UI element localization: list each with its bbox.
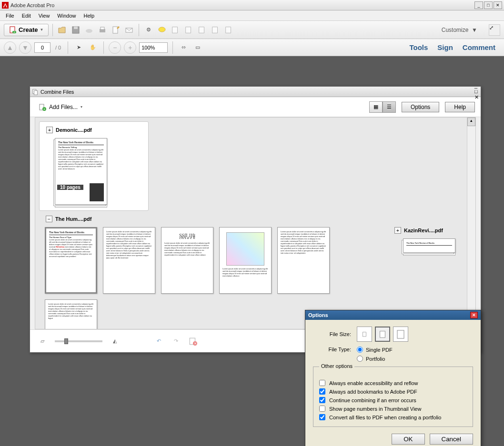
combine-maximize-button[interactable]: □ (474, 89, 479, 94)
file-thumbnail-3[interactable]: The New York Review of Books (403, 238, 455, 253)
checkbox-label: Convert all files to PDF when creating a… (329, 415, 441, 420)
menu-help[interactable]: Help (80, 12, 98, 20)
page-thumbnail[interactable]: Lorem ipsum dolor sit amet consectetur a… (45, 299, 97, 329)
ok-button[interactable]: OK (392, 434, 424, 445)
menu-edit[interactable]: Edit (18, 12, 35, 20)
checkbox-input[interactable] (319, 380, 325, 386)
zoom-select[interactable] (139, 42, 168, 53)
fit-page-icon[interactable]: ▭ (192, 42, 203, 53)
zoom-out-button[interactable]: − (109, 41, 121, 54)
zoom-in-icon[interactable]: ◭ (110, 337, 120, 346)
menu-view[interactable]: View (35, 12, 54, 20)
radio-input[interactable] (357, 347, 363, 353)
redo-icon[interactable]: ↷ (171, 337, 181, 346)
page-thumbnail[interactable]: Lorem ipsum dolor sit amet consectetur a… (219, 227, 272, 294)
expand-icon[interactable]: + (394, 227, 401, 234)
checkbox-label: Continue combining if an error occurs (329, 397, 416, 403)
gear-icon[interactable]: ⚙ (143, 24, 154, 36)
options-button[interactable]: Options (402, 102, 439, 112)
svg-text:+: + (13, 30, 15, 33)
cloud-icon[interactable] (83, 24, 95, 36)
expand-icon[interactable]: + (46, 127, 53, 133)
svg-rect-14 (199, 27, 204, 33)
checkbox-input[interactable] (319, 406, 325, 412)
file-name-1: Demonic....pdf (56, 127, 92, 133)
file-group-3[interactable]: + KazinRevi....pdf The New York Review o… (388, 222, 476, 258)
customize-button[interactable]: Customize ▼ (436, 25, 483, 35)
thumbnail-area: + Demonic....pdf The New York Review of … (35, 117, 476, 329)
checkbox-label: Always enable accessibility and reflow (329, 380, 418, 386)
add-files-button[interactable]: + Add Files... ▾ (36, 101, 85, 113)
tool-icon-1[interactable] (170, 24, 181, 36)
svg-rect-27 (397, 330, 404, 338)
tool-icon-4[interactable] (210, 24, 221, 36)
zoom-out-icon[interactable]: ▱ (38, 337, 47, 346)
print-icon[interactable] (97, 24, 108, 36)
tool-icon-3[interactable] (196, 24, 208, 36)
select-tool-icon[interactable]: ➤ (73, 42, 84, 53)
filesize-small-button[interactable] (357, 327, 372, 342)
check-pagenumbers[interactable]: Show page numbers in Thumbnail View (319, 406, 467, 412)
help-button[interactable]: Help (445, 102, 475, 112)
filesize-buttons (357, 327, 408, 342)
email-icon[interactable] (123, 24, 135, 36)
radio-input[interactable] (357, 356, 363, 362)
create-button[interactable]: + Create ▼ (4, 24, 49, 36)
page-up-button[interactable]: ▲ (4, 41, 16, 54)
page-thumbnail[interactable]: Lorem ipsum dolor sit amet consectetur a… (277, 227, 330, 294)
combine-minimize-button[interactable]: _ (474, 83, 479, 89)
maximize-button[interactable]: □ (484, 1, 493, 9)
file-group-1[interactable]: + Demonic....pdf The New York Review of … (39, 121, 149, 211)
check-continue[interactable]: Continue combining if an error occurs (319, 397, 467, 403)
file-thumbnail-1[interactable]: The New York Review of Books The Demonic… (55, 138, 107, 205)
check-bookmarks[interactable]: Always add bookmarks to Adobe PDF (319, 388, 467, 395)
filesize-large-button[interactable] (393, 327, 408, 342)
view-mode-buttons: ▦ ☰ (369, 101, 396, 113)
menu-file[interactable]: File (2, 12, 18, 20)
remove-icon[interactable]: ✕ (188, 337, 198, 346)
page-thumbnail[interactable]: SSfI JJftchA a e kLorem ipsum dolor sit … (161, 227, 213, 294)
zoom-handle[interactable] (64, 338, 68, 344)
scroll-up-button[interactable]: ▴ (467, 118, 475, 126)
check-convert[interactable]: Convert all files to PDF when creating a… (319, 414, 467, 420)
menu-window[interactable]: Window (53, 12, 80, 20)
page-thumbnail[interactable]: The New York Review of Books The Human F… (45, 227, 97, 294)
scrollbar[interactable]: ▴ (467, 118, 475, 329)
page-input[interactable] (34, 42, 50, 53)
page-down-button[interactable]: ▼ (19, 41, 31, 54)
page-thumbnail[interactable]: Lorem ipsum dolor sit amet consectetur a… (103, 227, 155, 294)
sign-link[interactable]: Sign (437, 43, 453, 51)
separator (139, 24, 139, 36)
list-view-button[interactable]: ☰ (383, 101, 396, 113)
hand-tool-icon[interactable]: ✋ (87, 42, 99, 53)
save-icon[interactable] (70, 24, 81, 36)
thumbnail-view-button[interactable]: ▦ (369, 101, 383, 113)
filetype-single-radio[interactable]: Single PDF (357, 347, 393, 353)
tool-icon-2[interactable] (183, 24, 194, 36)
tools-link[interactable]: Tools (409, 43, 428, 51)
zoom-slider[interactable] (55, 340, 102, 342)
combine-toolbar: + Add Files... ▾ ▦ ☰ Options Help (30, 97, 481, 117)
checkbox-input[interactable] (319, 397, 325, 403)
combine-close-button[interactable]: ✕ (474, 94, 479, 100)
close-button[interactable]: ✕ (494, 1, 502, 9)
tool-icon-5[interactable] (223, 24, 234, 36)
undo-icon[interactable]: ↶ (154, 337, 163, 346)
open-icon[interactable] (57, 24, 68, 36)
zoom-in-button[interactable]: + (124, 41, 136, 54)
collapse-icon[interactable]: − (46, 216, 52, 222)
comment-icon[interactable] (156, 24, 168, 36)
minimize-button[interactable]: _ (474, 1, 483, 9)
filesize-default-button[interactable] (375, 327, 390, 342)
comment-link[interactable]: Comment (463, 43, 495, 51)
cancel-button[interactable]: Cancel (430, 434, 474, 445)
checkbox-label: Always add bookmarks to Adobe PDF (329, 389, 417, 395)
checkbox-input[interactable] (319, 388, 325, 395)
options-close-button[interactable]: ✕ (470, 312, 478, 318)
fit-width-icon[interactable]: ⬄ (178, 42, 189, 53)
expand-button[interactable]: ⤢ (489, 24, 500, 36)
filetype-portfolio-radio[interactable]: Portfolio (357, 356, 393, 362)
checkbox-input[interactable] (319, 414, 325, 420)
edit-icon[interactable] (110, 24, 121, 36)
check-accessibility[interactable]: Always enable accessibility and reflow (319, 380, 467, 386)
